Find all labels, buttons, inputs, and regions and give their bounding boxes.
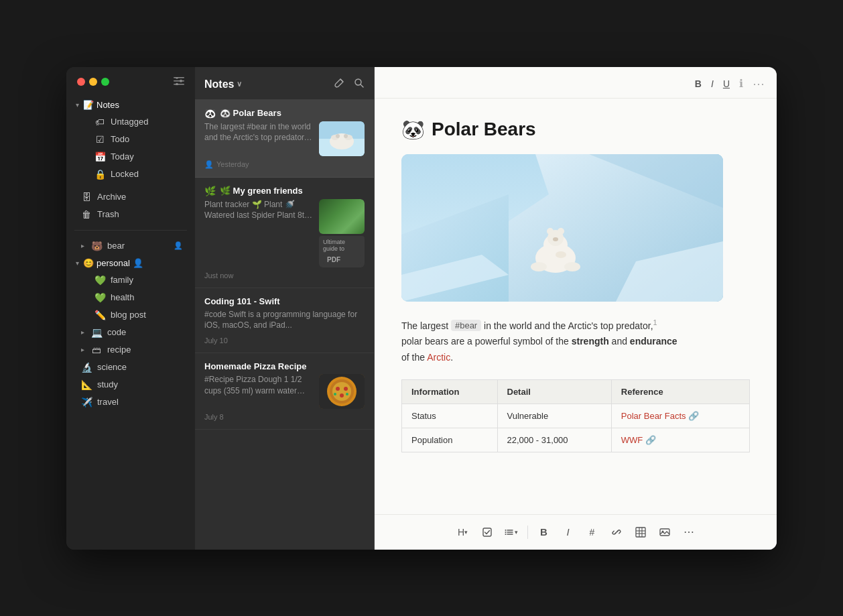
todo-icon: ☑ — [94, 134, 105, 145]
table-button[interactable] — [630, 521, 651, 543]
heading-label: H — [458, 527, 464, 538]
sidebar-item-science[interactable]: 🔬 science — [70, 359, 191, 376]
sidebar-item-bear[interactable]: ▸ 🐻 bear 👤 — [70, 237, 191, 255]
minimize-button[interactable] — [89, 78, 97, 86]
note-item-coding-swift[interactable]: Coding 101 - Swift #code Swift is a prog… — [195, 288, 374, 354]
link-button[interactable] — [606, 521, 627, 543]
note-item-green-friends[interactable]: 🌿 🌿 My green friends Plant tracker 🌱 Pla… — [195, 178, 374, 288]
table-cell-status-detail: Vulnerable — [497, 404, 611, 428]
sidebar-item-code[interactable]: ▸ 💻 code — [70, 324, 191, 341]
sidebar-item-personal[interactable]: ▾ 😊 personal 👤 — [70, 255, 191, 271]
bold-format-button[interactable]: B — [533, 521, 555, 543]
chevron-right-icon: ▸ — [81, 242, 84, 249]
info-icon[interactable]: ℹ — [739, 77, 743, 90]
image-button[interactable] — [654, 521, 675, 543]
tag-format-button[interactable]: # — [582, 521, 603, 543]
svg-point-21 — [340, 393, 344, 397]
more-format-button[interactable]: ⋯ — [678, 521, 700, 543]
sidebar-item-label: travel — [97, 397, 183, 407]
note-title-coding: Coding 101 - Swift — [204, 296, 365, 306]
chevron-down-icon: ▾ — [76, 101, 79, 109]
table-cell-pop-ref[interactable]: WWF 🔗 — [611, 428, 749, 452]
body-text-after-tag: in the world and the Arctic's top predat… — [481, 320, 653, 330]
sidebar-item-travel[interactable]: ✈️ travel — [70, 393, 191, 411]
sidebar-item-locked[interactable]: 🔒 Locked — [70, 166, 191, 183]
note-emoji: 🐼 — [204, 108, 216, 119]
note-item-pizza-recipe[interactable]: Homemade Pizza Recipe #Recipe Pizza Doug… — [195, 353, 374, 430]
sidebar-item-study[interactable]: 📐 study — [70, 376, 191, 393]
table-cell-status-ref[interactable]: Polar Bear Facts 🔗 — [611, 404, 749, 428]
bear-badge: 👤 — [174, 241, 183, 250]
sidebar-item-health[interactable]: 💚 health — [70, 289, 191, 306]
svg-point-31 — [547, 228, 554, 235]
bold-button[interactable]: B — [695, 78, 702, 89]
sidebar-divider — [74, 230, 187, 231]
polar-bear-facts-link[interactable]: Polar Bear Facts 🔗 — [621, 411, 699, 421]
italic-format-button[interactable]: I — [558, 521, 579, 543]
svg-point-36 — [556, 251, 566, 258]
filter-icon[interactable] — [174, 76, 184, 87]
sidebar-item-trash[interactable]: 🗑 Trash — [70, 206, 191, 223]
note-excerpt-coding: #code Swift is a programming language fo… — [204, 309, 365, 332]
heading-button[interactable]: H ▾ — [452, 521, 474, 543]
italic-button[interactable]: I — [711, 78, 714, 89]
sidebar-item-todo[interactable]: ☑ Todo — [70, 131, 191, 148]
close-button[interactable] — [77, 78, 85, 86]
svg-point-14 — [344, 134, 348, 138]
svg-point-19 — [336, 387, 340, 391]
more-options-icon[interactable]: ⋯ — [753, 76, 765, 91]
sidebar-item-recipe[interactable]: ▸ 🗃 recipe — [70, 341, 191, 359]
bear-tag[interactable]: #bear — [451, 320, 481, 331]
sidebar-item-notes[interactable]: ▾ 📝 Notes — [70, 97, 191, 113]
compose-icon[interactable] — [334, 78, 344, 91]
note-thumb-bear — [319, 121, 365, 156]
notes-list-header: Notes ∨ — [195, 67, 374, 100]
sidebar-item-label: Todo — [111, 134, 183, 144]
sidebar-item-label: science — [97, 362, 183, 372]
note-emoji: 🌿 — [204, 186, 216, 196]
list-button[interactable]: ▾ — [501, 521, 522, 543]
family-icon: 💚 — [94, 275, 105, 286]
sidebar-notes-section: ▾ 📝 Notes 🏷 Untagged ☑ Todo 📅 Today 🔒 Lo… — [66, 94, 195, 186]
underline-button[interactable]: U — [723, 78, 730, 89]
editor-bottom-toolbar: H ▾ ▾ B — [375, 514, 777, 550]
date-text: July 10 — [204, 336, 228, 345]
health-icon: 💚 — [94, 292, 105, 303]
date-icon: 👤 — [204, 160, 214, 169]
note-date: Just now — [204, 271, 365, 280]
notes-list-title-text: Notes — [204, 78, 234, 90]
traffic-lights — [77, 78, 109, 86]
body-period: . — [450, 352, 453, 363]
arctic-link[interactable]: Arctic — [427, 352, 450, 363]
svg-point-3 — [176, 77, 178, 79]
untagged-icon: 🏷 — [94, 117, 105, 127]
svg-point-20 — [344, 387, 348, 391]
sidebar-item-label: recipe — [107, 345, 183, 355]
sidebar-item-blog-post[interactable]: ✏️ blog post — [70, 306, 191, 324]
sidebar-item-label: Today — [111, 151, 183, 162]
title-emoji: 🐼 — [401, 119, 425, 141]
sidebar-item-label: family — [111, 275, 183, 285]
svg-point-13 — [336, 134, 340, 138]
svg-point-43 — [505, 530, 507, 531]
body-text-before-tag: The largest — [401, 320, 451, 330]
sidebar-item-archive[interactable]: 🗄 Archive — [70, 188, 191, 206]
note-body: The largest #bear in the world and the A… — [401, 316, 750, 366]
sidebar-item-label: Untagged — [111, 117, 183, 127]
sidebar-item-family[interactable]: 💚 family — [70, 271, 191, 289]
sidebar-item-today[interactable]: 📅 Today — [70, 148, 191, 166]
wwf-link[interactable]: WWF 🔗 — [621, 435, 656, 445]
note-excerpt: #Recipe Pizza Dough 1 1/2 cups (355 ml) … — [204, 374, 314, 397]
note-item-polar-bears[interactable]: 🐼 🐼 Polar Bears The largest #bear in the… — [195, 100, 374, 178]
maximize-button[interactable] — [101, 78, 109, 86]
title-bar — [66, 67, 195, 94]
today-icon: 📅 — [94, 151, 105, 162]
check-button[interactable] — [476, 521, 498, 543]
editor-content: 🐼 Polar Bears — [375, 99, 777, 514]
sidebar-item-label: bear — [107, 241, 168, 251]
search-icon[interactable] — [354, 78, 365, 91]
personal-badge: 👤 — [133, 258, 143, 268]
editor-top-toolbar: B I U ℹ ⋯ — [375, 67, 777, 99]
sidebar-item-untagged[interactable]: 🏷 Untagged — [70, 113, 191, 131]
sidebar-item-label: Notes — [96, 100, 119, 110]
